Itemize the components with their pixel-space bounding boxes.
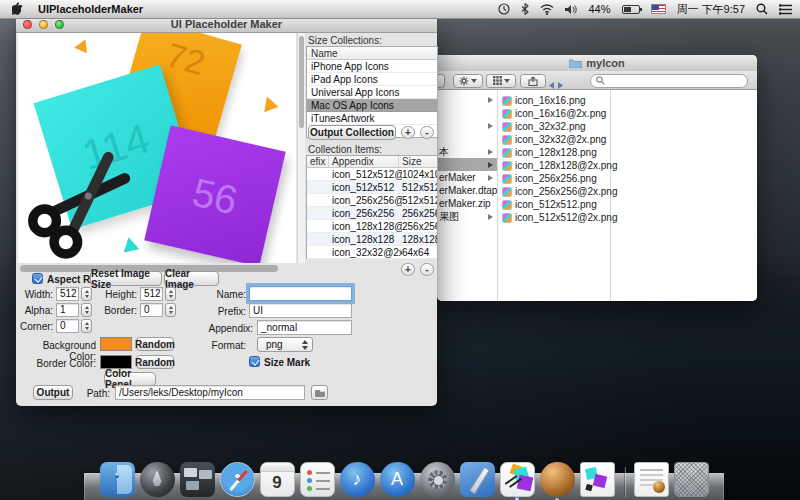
dock-icon-bronze-ball-app[interactable] — [540, 462, 575, 497]
dock-icon-app-store[interactable]: A — [380, 462, 415, 497]
file-row[interactable]: icon_32x32@2x.png — [498, 133, 610, 146]
column-header-prefix[interactable]: efix — [307, 156, 329, 167]
folder-row[interactable] — [437, 132, 497, 145]
size-mark-checkbox[interactable] — [249, 356, 260, 367]
folder-row[interactable]: 果图 — [437, 210, 497, 223]
file-row[interactable]: icon_256x256@2x.png — [498, 185, 610, 198]
item-row[interactable]: icon_128x128@2x256x256 — [307, 220, 437, 233]
file-row[interactable]: icon_256x256.png — [498, 172, 610, 185]
finder-titlebar[interactable]: myIcon — [437, 55, 757, 71]
file-row[interactable]: icon_16x16@2x.png — [498, 107, 610, 120]
column-header-size[interactable]: Size — [399, 156, 437, 167]
dock-icon-system-preferences[interactable] — [420, 462, 455, 497]
notification-center-icon[interactable] — [779, 4, 792, 15]
minimize-button[interactable] — [39, 20, 48, 29]
dock-icon-mission-control[interactable] — [180, 462, 215, 497]
dock-icon-preview-document[interactable] — [580, 462, 615, 497]
selected-folder-row[interactable] — [437, 158, 497, 171]
appendix-input[interactable]: _normal — [257, 320, 352, 335]
column-header-appendix[interactable]: Appendix — [329, 156, 399, 167]
file-row[interactable]: erMaker.zip — [437, 197, 497, 210]
dock-icon-reminders[interactable] — [300, 462, 335, 497]
remove-collection-button[interactable]: - — [420, 126, 434, 139]
folder-row[interactable]: erMaker — [437, 171, 497, 184]
corner-stepper[interactable] — [81, 319, 92, 333]
wifi-icon[interactable] — [540, 4, 554, 15]
share-button[interactable] — [520, 74, 546, 88]
bluetooth-icon[interactable] — [521, 3, 529, 15]
action-gear-button[interactable] — [453, 74, 483, 88]
dock-icon-itunes[interactable]: ♪ — [340, 462, 375, 497]
item-row[interactable]: icon_256x256256x256 — [307, 207, 437, 220]
active-app-menu[interactable]: UIPlaceholderMaker — [38, 3, 143, 15]
border-random-button[interactable]: Random — [136, 355, 174, 369]
collection-row-selected[interactable]: Mac OS App Icons — [307, 99, 437, 112]
background-random-button[interactable]: Random — [136, 337, 174, 351]
color-panel-button[interactable]: Color Panel — [104, 372, 156, 386]
border-color-swatch[interactable] — [100, 355, 132, 369]
spotlight-search-icon[interactable] — [756, 3, 768, 15]
battery-icon[interactable] — [622, 5, 640, 14]
item-row[interactable]: icon_512x512512x512 — [307, 181, 437, 194]
preview-vertical-scrollbar[interactable] — [297, 33, 305, 263]
file-row[interactable]: icon_512x512@2x.png — [498, 211, 610, 224]
volume-icon[interactable] — [565, 4, 578, 15]
file-row[interactable]: erMaker.dtapi — [437, 184, 497, 197]
dock-icon-safari[interactable] — [220, 462, 255, 497]
alpha-stepper[interactable] — [81, 303, 92, 317]
dock-icon-uiplaceholdermaker[interactable] — [500, 462, 535, 497]
collection-row[interactable]: Universal App Icons — [307, 86, 437, 99]
clear-image-button[interactable]: Clear Image — [164, 271, 219, 286]
width-stepper[interactable] — [81, 287, 92, 301]
collection-row[interactable]: iPad App Icons — [307, 73, 437, 86]
view-options-button[interactable] — [486, 74, 516, 88]
battery-percent[interactable]: 44% — [589, 3, 611, 15]
recent-items-clock-icon[interactable] — [498, 3, 510, 15]
file-row[interactable]: icon_16x16.png — [498, 94, 610, 107]
dock-icon-finder[interactable] — [100, 462, 135, 497]
height-stepper[interactable] — [165, 287, 176, 301]
corner-input[interactable]: 0 — [56, 319, 79, 333]
name-input[interactable] — [249, 286, 352, 301]
aspect-ratio-checkbox[interactable] — [32, 273, 43, 284]
prefix-input[interactable]: UI — [249, 303, 352, 318]
width-input[interactable]: 512 — [56, 287, 79, 301]
file-row[interactable]: icon_128x128.png — [498, 146, 610, 159]
folder-row[interactable] — [437, 106, 497, 119]
format-dropdown[interactable]: png — [257, 337, 313, 352]
border-input[interactable]: 0 — [140, 303, 163, 317]
file-row[interactable]: icon_128x128@2x.png — [498, 159, 610, 172]
folder-row[interactable]: 本 — [437, 145, 497, 158]
menu-clock[interactable]: 周一 下午9:57 — [677, 2, 745, 17]
item-row[interactable]: icon_256x256@2x512x512 — [307, 194, 437, 207]
dock-icon-launchpad[interactable] — [140, 462, 175, 497]
add-item-button[interactable]: + — [401, 263, 415, 276]
folder-row[interactable] — [437, 93, 497, 106]
item-row[interactable]: icon_32x32@2x64x64 — [307, 246, 437, 259]
alpha-input[interactable]: 1 — [56, 303, 79, 317]
image-preview-canvas[interactable]: 72 114 56 — [18, 33, 296, 263]
output-button[interactable]: Output — [33, 385, 73, 400]
height-input[interactable]: 512 — [140, 287, 163, 301]
add-collection-button[interactable]: + — [401, 126, 415, 139]
item-row[interactable]: icon_512x512@2x1024x1024 — [307, 168, 437, 181]
border-stepper[interactable] — [165, 303, 176, 317]
collection-row[interactable]: iTunesArtwork — [307, 112, 437, 125]
browse-folder-button[interactable] — [311, 385, 328, 400]
dock-icon-xcode[interactable] — [460, 462, 495, 497]
input-language-flag-icon[interactable] — [651, 4, 666, 14]
remove-item-button[interactable]: - — [420, 263, 434, 276]
reset-image-size-button[interactable]: Reset Image Size — [90, 271, 162, 286]
file-row[interactable]: icon_32x32.png — [498, 120, 610, 133]
close-button[interactable] — [23, 20, 32, 29]
zoom-button[interactable] — [55, 20, 64, 29]
dock-minimized-window[interactable] — [634, 462, 669, 497]
output-collection-button[interactable]: Output Collection — [308, 125, 396, 140]
dock-icon-calendar[interactable]: 9 — [260, 462, 295, 497]
search-input[interactable] — [590, 74, 748, 88]
collection-row[interactable]: iPhone App Icons — [307, 60, 437, 73]
background-color-swatch[interactable] — [100, 337, 132, 351]
apple-menu-icon[interactable] — [12, 2, 24, 16]
folder-row[interactable] — [437, 119, 497, 132]
path-input[interactable]: /Users/leks/Desktop/myIcon — [115, 385, 305, 400]
